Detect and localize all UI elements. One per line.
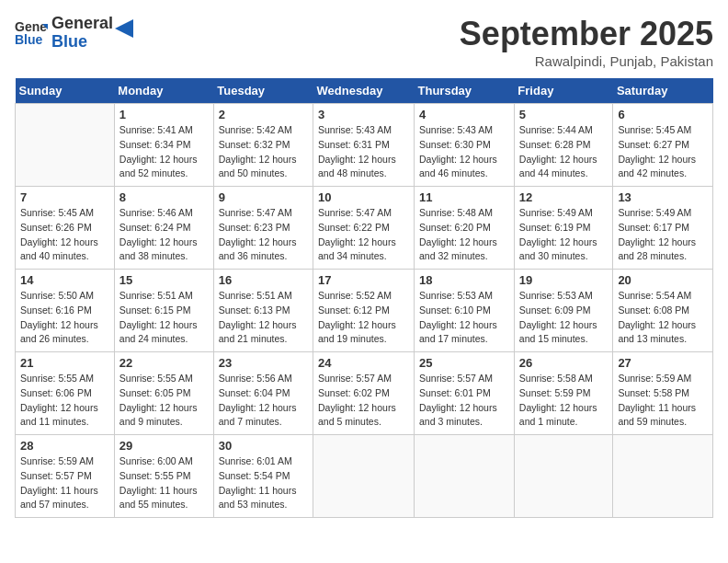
- calendar-cell: 28Sunrise: 5:59 AMSunset: 5:57 PMDayligh…: [16, 435, 115, 518]
- day-number: 29: [119, 439, 209, 453]
- day-info: Sunrise: 5:48 AMSunset: 6:20 PMDaylight:…: [419, 206, 509, 264]
- day-info: Sunrise: 5:46 AMSunset: 6:24 PMDaylight:…: [119, 206, 209, 264]
- calendar-cell: 10Sunrise: 5:47 AMSunset: 6:22 PMDayligh…: [313, 187, 415, 270]
- day-info: Sunrise: 5:47 AMSunset: 6:23 PMDaylight:…: [219, 206, 308, 264]
- calendar-cell: 25Sunrise: 5:57 AMSunset: 6:01 PMDayligh…: [415, 352, 515, 435]
- calendar-cell: 16Sunrise: 5:51 AMSunset: 6:13 PMDayligh…: [213, 270, 313, 352]
- calendar-week-row: 7Sunrise: 5:45 AMSunset: 6:26 PMDaylight…: [16, 187, 713, 270]
- day-number: 6: [618, 108, 708, 121]
- calendar-cell: 4Sunrise: 5:43 AMSunset: 6:30 PMDaylight…: [415, 104, 515, 187]
- day-info: Sunrise: 5:43 AMSunset: 6:30 PMDaylight:…: [419, 123, 509, 181]
- calendar-cell: 6Sunrise: 5:45 AMSunset: 6:27 PMDaylight…: [613, 104, 713, 187]
- day-number: 19: [519, 273, 609, 287]
- calendar-table: SundayMondayTuesdayWednesdayThursdayFrid…: [15, 78, 713, 518]
- day-number: 3: [318, 108, 409, 121]
- day-info: Sunrise: 5:52 AMSunset: 6:12 PMDaylight:…: [318, 289, 409, 347]
- day-info: Sunrise: 5:45 AMSunset: 6:27 PMDaylight:…: [618, 123, 708, 181]
- day-number: 27: [618, 356, 708, 370]
- calendar-cell: 24Sunrise: 5:57 AMSunset: 6:02 PMDayligh…: [313, 352, 415, 435]
- calendar-cell: 29Sunrise: 6:00 AMSunset: 5:55 PMDayligh…: [114, 435, 213, 518]
- day-number: 26: [519, 356, 609, 370]
- calendar-cell: 11Sunrise: 5:48 AMSunset: 6:20 PMDayligh…: [415, 187, 515, 270]
- calendar-cell: 30Sunrise: 6:01 AMSunset: 5:54 PMDayligh…: [213, 435, 313, 518]
- logo-line1: General: [51, 15, 113, 33]
- day-number: 14: [20, 273, 109, 287]
- day-info: Sunrise: 6:00 AMSunset: 5:55 PMDaylight:…: [119, 454, 209, 512]
- calendar-week-row: 1Sunrise: 5:41 AMSunset: 6:34 PMDaylight…: [16, 104, 713, 187]
- day-number: 17: [318, 273, 409, 287]
- day-number: 12: [519, 190, 609, 204]
- calendar-cell: 21Sunrise: 5:55 AMSunset: 6:06 PMDayligh…: [16, 352, 115, 435]
- day-info: Sunrise: 5:59 AMSunset: 5:57 PMDaylight:…: [20, 454, 109, 512]
- day-info: Sunrise: 5:42 AMSunset: 6:32 PMDaylight:…: [219, 123, 308, 181]
- day-info: Sunrise: 5:47 AMSunset: 6:22 PMDaylight:…: [318, 206, 409, 264]
- logo-arrow-icon: [115, 19, 133, 38]
- calendar-week-row: 28Sunrise: 5:59 AMSunset: 5:57 PMDayligh…: [16, 435, 713, 518]
- calendar-cell: 3Sunrise: 5:43 AMSunset: 6:31 PMDaylight…: [313, 104, 415, 187]
- calendar-cell: 27Sunrise: 5:59 AMSunset: 5:58 PMDayligh…: [613, 352, 713, 435]
- calendar-cell: 23Sunrise: 5:56 AMSunset: 6:04 PMDayligh…: [213, 352, 313, 435]
- day-number: 11: [419, 190, 509, 204]
- calendar-cell: [613, 435, 713, 518]
- day-number: 5: [519, 108, 609, 121]
- logo-line2: Blue: [51, 33, 113, 52]
- day-info: Sunrise: 5:49 AMSunset: 6:19 PMDaylight:…: [519, 206, 609, 264]
- day-info: Sunrise: 5:54 AMSunset: 6:08 PMDaylight:…: [618, 289, 708, 347]
- day-number: 10: [318, 190, 409, 204]
- calendar-cell: 9Sunrise: 5:47 AMSunset: 6:23 PMDaylight…: [213, 187, 313, 270]
- calendar-cell: 14Sunrise: 5:50 AMSunset: 6:16 PMDayligh…: [16, 270, 115, 352]
- day-number: 8: [119, 190, 209, 204]
- calendar-cell: 22Sunrise: 5:55 AMSunset: 6:05 PMDayligh…: [114, 352, 213, 435]
- day-info: Sunrise: 5:51 AMSunset: 6:15 PMDaylight:…: [119, 289, 209, 347]
- calendar-cell: 12Sunrise: 5:49 AMSunset: 6:19 PMDayligh…: [514, 187, 613, 270]
- logo-icon: General Blue: [15, 17, 48, 50]
- calendar-cell: 18Sunrise: 5:53 AMSunset: 6:10 PMDayligh…: [415, 270, 515, 352]
- day-number: 7: [20, 190, 109, 204]
- day-number: 23: [219, 356, 308, 370]
- day-number: 16: [219, 273, 308, 287]
- logo: General Blue General Blue: [15, 15, 133, 52]
- svg-text:Blue: Blue: [15, 32, 43, 47]
- calendar-cell: 15Sunrise: 5:51 AMSunset: 6:15 PMDayligh…: [114, 270, 213, 352]
- calendar-week-row: 21Sunrise: 5:55 AMSunset: 6:06 PMDayligh…: [16, 352, 713, 435]
- day-info: Sunrise: 5:45 AMSunset: 6:26 PMDaylight:…: [20, 206, 109, 264]
- day-number: 18: [419, 273, 509, 287]
- day-number: 28: [20, 439, 109, 453]
- day-number: 4: [419, 108, 509, 121]
- day-number: 9: [219, 190, 308, 204]
- title-block: September 2025 Rawalpindi, Punjab, Pakis…: [460, 15, 713, 69]
- location-subtitle: Rawalpindi, Punjab, Pakistan: [460, 53, 713, 69]
- calendar-cell: [514, 435, 613, 518]
- calendar-cell: 17Sunrise: 5:52 AMSunset: 6:12 PMDayligh…: [313, 270, 415, 352]
- calendar-cell: 1Sunrise: 5:41 AMSunset: 6:34 PMDaylight…: [114, 104, 213, 187]
- calendar-cell: 13Sunrise: 5:49 AMSunset: 6:17 PMDayligh…: [613, 187, 713, 270]
- day-info: Sunrise: 5:56 AMSunset: 6:04 PMDaylight:…: [219, 372, 308, 430]
- calendar-cell: 20Sunrise: 5:54 AMSunset: 6:08 PMDayligh…: [613, 270, 713, 352]
- day-number: 1: [119, 108, 209, 121]
- weekday-header: Sunday: [16, 78, 115, 104]
- weekday-header: Tuesday: [213, 78, 313, 104]
- weekday-header: Thursday: [415, 78, 515, 104]
- weekday-header: Saturday: [613, 78, 713, 104]
- day-info: Sunrise: 5:51 AMSunset: 6:13 PMDaylight:…: [219, 289, 308, 347]
- day-number: 15: [119, 273, 209, 287]
- day-info: Sunrise: 5:53 AMSunset: 6:10 PMDaylight:…: [419, 289, 509, 347]
- day-info: Sunrise: 5:55 AMSunset: 6:06 PMDaylight:…: [20, 372, 109, 430]
- day-info: Sunrise: 5:57 AMSunset: 6:02 PMDaylight:…: [318, 372, 409, 430]
- calendar-cell: [415, 435, 515, 518]
- calendar-cell: [313, 435, 415, 518]
- calendar-week-row: 14Sunrise: 5:50 AMSunset: 6:16 PMDayligh…: [16, 270, 713, 352]
- day-number: 20: [618, 273, 708, 287]
- month-title: September 2025: [460, 15, 713, 53]
- day-info: Sunrise: 6:01 AMSunset: 5:54 PMDaylight:…: [219, 454, 308, 512]
- svg-marker-3: [115, 19, 133, 38]
- day-info: Sunrise: 5:44 AMSunset: 6:28 PMDaylight:…: [519, 123, 609, 181]
- day-info: Sunrise: 5:43 AMSunset: 6:31 PMDaylight:…: [318, 123, 409, 181]
- day-number: 30: [219, 439, 308, 453]
- day-number: 25: [419, 356, 509, 370]
- calendar-cell: 19Sunrise: 5:53 AMSunset: 6:09 PMDayligh…: [514, 270, 613, 352]
- page-header: General Blue General Blue September 2025…: [15, 15, 713, 69]
- calendar-cell: 26Sunrise: 5:58 AMSunset: 5:59 PMDayligh…: [514, 352, 613, 435]
- day-info: Sunrise: 5:57 AMSunset: 6:01 PMDaylight:…: [419, 372, 509, 430]
- day-number: 22: [119, 356, 209, 370]
